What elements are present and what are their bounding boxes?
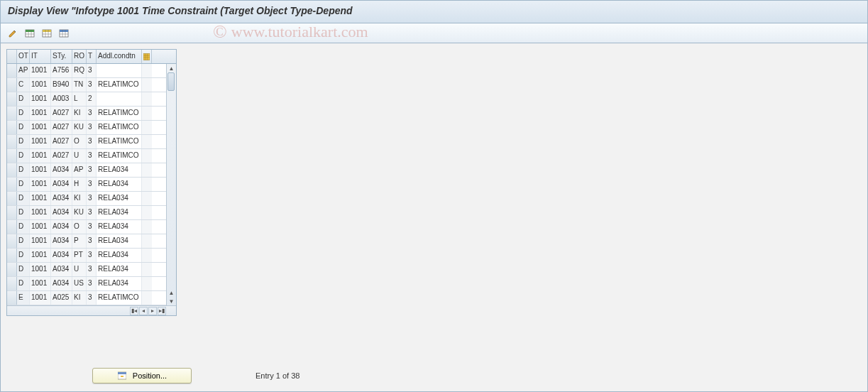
cell-ot[interactable]: D bbox=[17, 107, 30, 120]
scroll-track[interactable] bbox=[167, 72, 176, 288]
cell-ro[interactable]: H bbox=[72, 178, 87, 191]
row-selector[interactable] bbox=[7, 135, 17, 148]
cell-ot[interactable]: D bbox=[17, 220, 30, 234]
scroll-left-button[interactable]: ◂ bbox=[139, 307, 148, 315]
cell-it[interactable]: 1001 bbox=[30, 178, 51, 191]
cell-t[interactable]: 2 bbox=[87, 92, 97, 106]
cell-ac[interactable]: RELATIMCO bbox=[97, 121, 142, 134]
cell-sty[interactable]: A034 bbox=[51, 234, 72, 248]
scroll-thumb[interactable] bbox=[167, 72, 175, 91]
row-selector[interactable] bbox=[7, 192, 17, 205]
cell-it[interactable]: 1001 bbox=[30, 249, 51, 262]
vertical-scrollbar[interactable]: ▲ ▲ ▼ bbox=[166, 64, 176, 305]
cell-it[interactable]: 1001 bbox=[30, 206, 51, 219]
row-selector[interactable] bbox=[7, 78, 17, 92]
cell-ac[interactable]: RELATIMCO bbox=[97, 78, 142, 92]
cell-t[interactable]: 3 bbox=[87, 107, 97, 120]
row-selector[interactable] bbox=[7, 64, 17, 77]
cell-sty[interactable]: A003 bbox=[51, 92, 72, 106]
cell-ot[interactable]: D bbox=[17, 192, 30, 205]
cell-ac[interactable]: RELA034 bbox=[97, 277, 142, 290]
cell-ot[interactable]: D bbox=[17, 263, 30, 276]
cell-t[interactable]: 3 bbox=[87, 149, 97, 163]
cell-it[interactable]: 1001 bbox=[30, 234, 51, 248]
row-selector[interactable] bbox=[7, 149, 17, 163]
select-all-button[interactable] bbox=[23, 27, 36, 40]
cell-ro[interactable]: O bbox=[72, 220, 87, 234]
cell-ro[interactable]: KI bbox=[72, 107, 87, 120]
cell-it[interactable]: 1001 bbox=[30, 107, 51, 120]
table-settings-button[interactable] bbox=[57, 27, 70, 40]
cell-ro[interactable]: U bbox=[72, 263, 87, 276]
row-selector[interactable] bbox=[7, 249, 17, 262]
cell-t[interactable]: 3 bbox=[87, 121, 97, 134]
cell-ot[interactable]: D bbox=[17, 149, 30, 163]
cell-t[interactable]: 3 bbox=[87, 206, 97, 219]
cell-t[interactable]: 3 bbox=[87, 178, 97, 191]
row-selector[interactable] bbox=[7, 107, 17, 120]
cell-t[interactable]: 3 bbox=[87, 78, 97, 92]
cell-it[interactable]: 1001 bbox=[30, 220, 51, 234]
cell-ro[interactable]: KI bbox=[72, 291, 87, 305]
column-header-sty[interactable]: STy. bbox=[51, 50, 72, 63]
cell-sty[interactable]: A027 bbox=[51, 107, 72, 120]
cell-ot[interactable]: C bbox=[17, 78, 30, 92]
row-selector[interactable] bbox=[7, 291, 17, 305]
cell-sty[interactable]: A027 bbox=[51, 135, 72, 148]
cell-ot[interactable]: E bbox=[17, 291, 30, 305]
cell-ac[interactable]: RELATIMCO bbox=[97, 291, 142, 305]
cell-it[interactable]: 1001 bbox=[30, 277, 51, 290]
cell-ot[interactable]: D bbox=[17, 121, 30, 134]
cell-t[interactable]: 3 bbox=[87, 291, 97, 305]
cell-sty[interactable]: A756 bbox=[51, 64, 72, 77]
row-selector[interactable] bbox=[7, 220, 17, 234]
cell-it[interactable]: 1001 bbox=[30, 263, 51, 276]
cell-ac[interactable]: RELA034 bbox=[97, 249, 142, 262]
row-selector[interactable] bbox=[7, 277, 17, 290]
cell-t[interactable]: 3 bbox=[87, 277, 97, 290]
cell-it[interactable]: 1001 bbox=[30, 64, 51, 77]
cell-sty[interactable]: A034 bbox=[51, 263, 72, 276]
cell-sty[interactable]: A034 bbox=[51, 277, 72, 290]
cell-ac[interactable]: RELA034 bbox=[97, 178, 142, 191]
cell-it[interactable]: 1001 bbox=[30, 135, 51, 148]
cell-ac[interactable]: RELATIMCO bbox=[97, 135, 142, 148]
scroll-up-button[interactable]: ▲ bbox=[167, 64, 176, 72]
cell-t[interactable]: 3 bbox=[87, 163, 97, 177]
row-selector[interactable] bbox=[7, 163, 17, 177]
cell-ac[interactable]: RELA034 bbox=[97, 263, 142, 276]
cell-sty[interactable]: A034 bbox=[51, 163, 72, 177]
cell-sty[interactable]: A025 bbox=[51, 291, 72, 305]
cell-t[interactable]: 3 bbox=[87, 263, 97, 276]
cell-ro[interactable]: U bbox=[72, 149, 87, 163]
position-button[interactable]: Position... bbox=[92, 368, 192, 383]
cell-sty[interactable]: A034 bbox=[51, 206, 72, 219]
scroll-last-button[interactable]: ▸▮ bbox=[158, 307, 166, 315]
cell-ac[interactable]: RELATIMCO bbox=[97, 149, 142, 163]
cell-ro[interactable]: P bbox=[72, 234, 87, 248]
cell-ot[interactable]: D bbox=[17, 277, 30, 290]
cell-t[interactable]: 3 bbox=[87, 249, 97, 262]
cell-it[interactable]: 1001 bbox=[30, 78, 51, 92]
cell-sty[interactable]: A027 bbox=[51, 121, 72, 134]
cell-t[interactable]: 3 bbox=[87, 220, 97, 234]
scroll-right-button[interactable]: ▸ bbox=[148, 307, 157, 315]
cell-ro[interactable]: O bbox=[72, 135, 87, 148]
row-selector[interactable] bbox=[7, 178, 17, 191]
row-selector[interactable] bbox=[7, 263, 17, 276]
cell-ac[interactable]: RELA034 bbox=[97, 220, 142, 234]
deselect-all-button[interactable] bbox=[40, 27, 53, 40]
cell-ro[interactable]: PT bbox=[72, 249, 87, 262]
cell-it[interactable]: 1001 bbox=[30, 121, 51, 134]
cell-sty[interactable]: A034 bbox=[51, 249, 72, 262]
column-header-ot[interactable]: OT bbox=[17, 50, 30, 63]
row-selector[interactable] bbox=[7, 206, 17, 219]
scroll-down-button[interactable]: ▼ bbox=[167, 297, 176, 305]
row-selector[interactable] bbox=[7, 121, 17, 134]
cell-t[interactable]: 3 bbox=[87, 135, 97, 148]
cell-ot[interactable]: D bbox=[17, 163, 30, 177]
column-header-ro[interactable]: RO bbox=[72, 50, 87, 63]
cell-ot[interactable]: D bbox=[17, 92, 30, 106]
column-header-it[interactable]: IT bbox=[30, 50, 51, 63]
cell-ot[interactable]: D bbox=[17, 206, 30, 219]
